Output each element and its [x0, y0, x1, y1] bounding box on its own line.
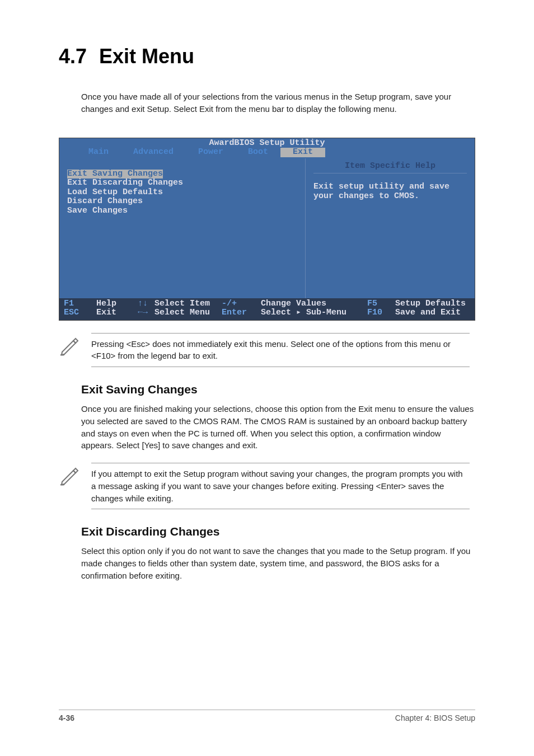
note-row-1: Pressing <Esc> does not immediately exit…: [59, 333, 470, 368]
note-content-2: If you attempt to exit the Setup program…: [91, 463, 470, 509]
pencil-icon: [59, 334, 81, 356]
flabel-save-and-exit: Save and Exit: [395, 308, 461, 318]
fkey-f1: F1: [64, 299, 96, 309]
chapter-label: Chapter 4: BIOS Setup: [395, 713, 475, 722]
bios-body: Exit Saving Changes Exit Discarding Chan…: [59, 158, 475, 298]
bios-title: AwardBIOS Setup Utility: [59, 138, 475, 148]
page-heading: 4.7Exit Menu: [59, 45, 475, 68]
bios-tab-main[interactable]: Main: [76, 148, 121, 157]
bios-item-discard-changes[interactable]: Discard Changes: [67, 197, 297, 206]
section-para-1: Once you are finished making your select…: [81, 403, 475, 452]
section-head-1: Exit Saving Changes: [81, 383, 475, 396]
note-row-2: If you attempt to exit the Setup program…: [59, 463, 470, 509]
bios-tab-exit[interactable]: Exit: [280, 148, 325, 157]
flabel-setup-defaults: Setup Defaults: [395, 299, 466, 309]
fkey-f5: F5: [367, 299, 395, 309]
bios-window: AwardBIOS Setup Utility Main Advanced Po…: [59, 138, 475, 321]
farrow-leftright: ←→: [131, 308, 154, 318]
page-number: 4-36: [59, 713, 74, 722]
bios-right-pane: Item Specific Help Exit setup utility an…: [306, 158, 475, 298]
bios-item-save-changes[interactable]: Save Changes: [67, 206, 297, 216]
bios-help-text: Exit setup utility and save your changes…: [313, 182, 467, 201]
flabel-help: Help: [96, 299, 131, 309]
flabel-select-menu: Select Menu: [154, 308, 222, 318]
section-head-2: Exit Discarding Changes: [81, 525, 475, 538]
intro-paragraph: Once you have made all of your selection…: [81, 91, 475, 115]
bios-footer-row-1: F1 Help ↑↓ Select Item -/+ Change Values…: [64, 299, 470, 309]
bios-tab-advanced[interactable]: Advanced: [121, 148, 186, 157]
bios-tab-power[interactable]: Power: [186, 148, 236, 157]
bios-tab-boot[interactable]: Boot: [236, 148, 280, 157]
flabel-select-item: Select Item: [154, 299, 222, 309]
heading-title: Exit Menu: [99, 45, 194, 68]
bios-help-title: Item Specific Help: [313, 162, 467, 171]
bios-left-pane: Exit Saving Changes Exit Discarding Chan…: [59, 158, 306, 298]
fkey-plusminus: -/+: [222, 299, 261, 309]
section-para-2: Select this option only if you do not wa…: [81, 545, 475, 581]
flabel-change-values: Change Values: [261, 299, 367, 309]
bios-footer-row-2: ESC Exit ←→ Select Menu Enter Select ▸ S…: [64, 308, 470, 318]
bios-tabs: Main Advanced Power Boot Exit: [59, 148, 475, 157]
page-footer: 4-36 Chapter 4: BIOS Setup: [59, 710, 475, 722]
pencil-icon: [59, 464, 81, 486]
bios-titlebar: AwardBIOS Setup Utility Main Advanced Po…: [59, 138, 475, 158]
bios-footer: F1 Help ↑↓ Select Item -/+ Change Values…: [59, 298, 475, 320]
heading-number: 4.7: [59, 45, 87, 68]
fkey-esc: ESC: [64, 308, 96, 318]
note-content-1: Pressing <Esc> does not immediately exit…: [91, 333, 470, 368]
flabel-exit: Exit: [96, 308, 131, 318]
fkey-enter: Enter: [222, 308, 261, 318]
bios-item-load-defaults[interactable]: Load Setup Defaults: [67, 188, 297, 198]
bios-item-exit-discarding[interactable]: Exit Discarding Changes: [67, 179, 297, 188]
fkey-f10: F10: [367, 308, 395, 318]
flabel-select-submenu: Select ▸ Sub-Menu: [261, 308, 367, 318]
farrow-updown: ↑↓: [131, 299, 154, 309]
bios-item-exit-saving[interactable]: Exit Saving Changes: [67, 170, 163, 179]
